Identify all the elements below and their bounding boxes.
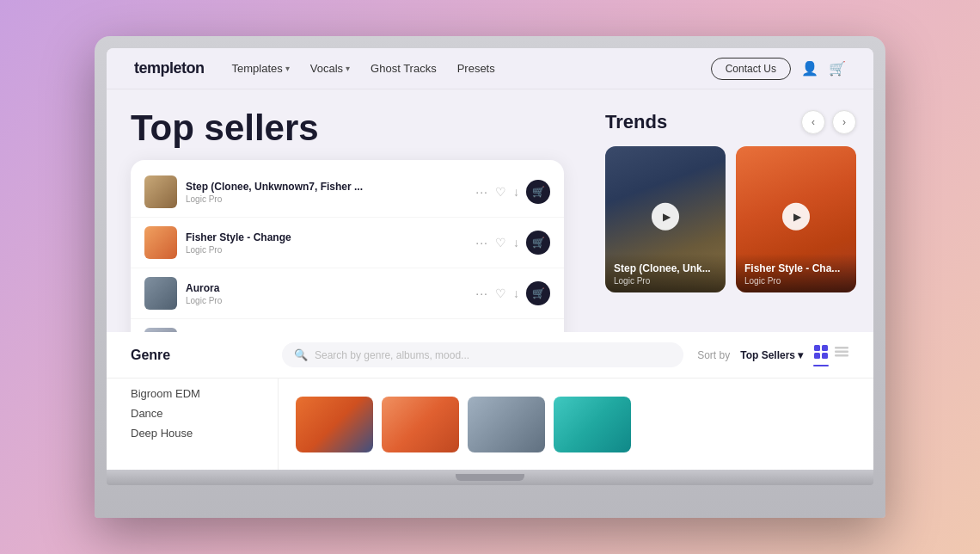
logo[interactable]: templeton [134, 59, 205, 77]
search-bar[interactable]: 🔍 Search by genre, albums, mood... [282, 342, 683, 367]
sort-label: Sort by [697, 349, 730, 361]
trend-card[interactable]: ▶ Fisher Style - Cha... Logic Pro [736, 146, 856, 292]
genre-item-deephouse[interactable]: Deep House [131, 427, 254, 440]
more-icon[interactable]: ··· [475, 185, 488, 199]
seller-platform: Logic Pro [186, 296, 467, 305]
table-row: Aurora Logic Pro ··· ♡ ↓ 🛒 [131, 268, 564, 319]
laptop-frame: templeton Templates ▾ Vocals ▾ Ghost Tra… [95, 36, 885, 518]
seller-name: Fisher Style - Change [186, 231, 467, 243]
genre-item-dance[interactable]: Dance [131, 407, 254, 420]
trends-navigation: ‹ › [801, 110, 856, 134]
trends-header: Trends ‹ › [605, 110, 856, 134]
nav-actions: Contact Us 👤 🛒 [711, 58, 846, 80]
svg-rect-2 [814, 353, 820, 359]
top-sellers-section: Top sellers Step (Clonee, Unkwnown7, Fis… [107, 89, 588, 332]
seller-platform: Logic Pro [186, 194, 467, 204]
nav-presets[interactable]: Presets [457, 62, 495, 75]
seller-info: Fisher Style - Change Logic Pro [186, 231, 467, 255]
table-row: Step (Clonee, Unkwnown7, Fisher ... Logi… [131, 167, 564, 218]
nav-templates[interactable]: Templates ▾ [232, 62, 290, 75]
laptop-notch [456, 474, 524, 481]
chevron-down-icon: ▾ [798, 349, 803, 361]
nav-vocals[interactable]: Vocals ▾ [310, 62, 350, 75]
trend-track-name: Step (Clonee, Unk... [614, 262, 717, 274]
sort-area: Sort by Top Sellers ▾ [697, 344, 849, 366]
list-view-icon[interactable] [834, 344, 849, 366]
trend-track-label: Logic Pro [744, 276, 848, 286]
heart-icon[interactable]: ♡ [495, 236, 506, 249]
laptop-screen: templeton Templates ▾ Vocals ▾ Ghost Tra… [107, 48, 873, 470]
chevron-down-icon: ▾ [285, 64, 290, 73]
bottom-body: Bigroom EDM Dance Deep House [107, 379, 873, 470]
trend-overlay: Step (Clonee, Unk... Logic Pro [605, 254, 726, 292]
genre-label: Genre [131, 348, 268, 363]
search-input[interactable]: Search by genre, albums, mood... [315, 349, 469, 361]
seller-thumbnail [144, 175, 177, 208]
svg-rect-4 [835, 347, 848, 349]
genre-item-bigroom[interactable]: Bigroom EDM [131, 387, 254, 400]
grid-thumbnail[interactable] [468, 397, 545, 452]
screen-content: templeton Templates ▾ Vocals ▾ Ghost Tra… [107, 48, 873, 470]
grid-thumbnail[interactable] [296, 397, 373, 452]
seller-actions: ··· ♡ ↓ 🛒 [475, 180, 550, 204]
seller-thumbnail [144, 277, 177, 310]
table-row: After Logic Pro ··· ♡ ↓ 🛒 [131, 319, 564, 332]
heart-icon[interactable]: ♡ [495, 185, 506, 199]
view-icons [813, 344, 849, 366]
seller-name: Aurora [186, 282, 467, 294]
more-icon[interactable]: ··· [475, 286, 488, 300]
trends-title: Trends [605, 111, 667, 133]
add-to-cart-button[interactable]: 🛒 [526, 180, 550, 204]
main-content: Top sellers Step (Clonee, Unkwnown7, Fis… [107, 89, 873, 332]
table-row: Fisher Style - Change Logic Pro ··· ♡ ↓ … [131, 218, 564, 268]
seller-name: Step (Clonee, Unkwnown7, Fisher ... [186, 181, 467, 193]
browse-toolbar: Genre 🔍 Search by genre, albums, mood...… [107, 332, 873, 379]
cart-icon[interactable]: 🛒 [829, 60, 846, 77]
trends-cards: ▶ Step (Clonee, Unk... Logic Pro ▶ Fishe… [605, 146, 856, 292]
nav-links: Templates ▾ Vocals ▾ Ghost Tracks Preset… [232, 62, 711, 75]
thumbnail-grid [279, 379, 873, 470]
trend-track-name: Fisher Style - Cha... [744, 262, 848, 274]
grid-thumbnail[interactable] [382, 397, 459, 452]
seller-actions: ··· ♡ ↓ 🛒 [475, 231, 550, 255]
svg-rect-0 [814, 345, 820, 351]
play-button[interactable]: ▶ [782, 203, 810, 231]
trends-section: Trends ‹ › ▶ Step (Clonee, Unk... [588, 89, 873, 332]
trend-overlay: Fisher Style - Cha... Logic Pro [736, 254, 856, 292]
contact-button[interactable]: Contact Us [711, 58, 791, 80]
search-icon: 🔍 [294, 348, 308, 361]
seller-thumbnail [144, 226, 177, 259]
prev-arrow-button[interactable]: ‹ [801, 110, 825, 134]
add-to-cart-button[interactable]: 🛒 [526, 231, 550, 255]
nav-ghost-tracks[interactable]: Ghost Tracks [371, 62, 437, 75]
svg-rect-6 [835, 354, 848, 357]
seller-platform: Logic Pro [186, 245, 467, 255]
genre-sidebar: Bigroom EDM Dance Deep House [107, 379, 279, 470]
more-icon[interactable]: ··· [475, 236, 488, 249]
svg-rect-1 [822, 345, 828, 351]
download-icon[interactable]: ↓ [513, 185, 519, 199]
next-arrow-button[interactable]: › [832, 110, 856, 134]
seller-info: Step (Clonee, Unkwnown7, Fisher ... Logi… [186, 181, 467, 204]
bottom-section: Genre 🔍 Search by genre, albums, mood...… [107, 332, 873, 470]
trend-card[interactable]: ▶ Step (Clonee, Unk... Logic Pro [605, 146, 726, 292]
sellers-card: Step (Clonee, Unkwnown7, Fisher ... Logi… [131, 160, 564, 332]
trend-track-label: Logic Pro [614, 276, 717, 286]
play-button[interactable]: ▶ [652, 203, 679, 231]
laptop-base [107, 470, 873, 485]
user-icon[interactable]: 👤 [801, 60, 818, 77]
heart-icon[interactable]: ♡ [495, 286, 506, 300]
grid-thumbnail[interactable] [554, 397, 631, 452]
svg-rect-5 [835, 350, 848, 353]
download-icon[interactable]: ↓ [513, 236, 519, 249]
navigation: templeton Templates ▾ Vocals ▾ Ghost Tra… [107, 48, 873, 89]
download-icon[interactable]: ↓ [513, 286, 519, 300]
grid-view-icon[interactable] [813, 344, 829, 366]
seller-info: Aurora Logic Pro [186, 282, 467, 305]
svg-rect-3 [822, 353, 828, 359]
sort-selector[interactable]: Top Sellers ▾ [740, 349, 803, 361]
chevron-down-icon: ▾ [346, 64, 350, 73]
seller-actions: ··· ♡ ↓ 🛒 [475, 281, 550, 305]
top-sellers-title: Top sellers [131, 110, 564, 146]
add-to-cart-button[interactable]: 🛒 [526, 281, 550, 305]
